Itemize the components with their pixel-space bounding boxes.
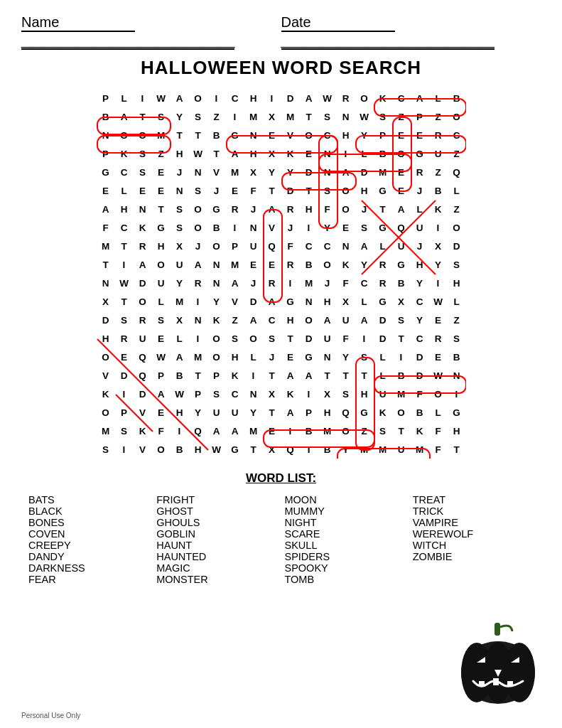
- word-list-item: GOBLIN: [156, 528, 277, 540]
- header-line: Name___________________________ Date____…: [21, 14, 541, 50]
- grid-cell: H: [300, 200, 318, 218]
- grid-cell: F: [429, 440, 448, 459]
- grid-cell: L: [448, 292, 466, 311]
- grid-cell: O: [152, 440, 171, 459]
- grid-cell: T: [189, 366, 207, 385]
- grid-cell: G: [374, 218, 392, 237]
- grid-cell: N: [300, 292, 318, 311]
- grid-cell: Q: [448, 163, 466, 181]
- grid-cell: S: [355, 348, 374, 366]
- grid-cell: T: [337, 366, 355, 385]
- grid-cell: O: [429, 385, 448, 403]
- grid-cell: Y: [281, 163, 300, 181]
- grid-cell: S: [115, 311, 134, 329]
- grid-cell: V: [207, 163, 226, 181]
- word-list-item: COVEN: [28, 528, 149, 540]
- grid-cell: H: [411, 255, 429, 274]
- grid-cell: U: [171, 255, 189, 274]
- grid-cell: B: [207, 218, 226, 237]
- grid-cell: S: [115, 422, 134, 440]
- grid-cell: P: [411, 107, 429, 126]
- grid-cell: D: [411, 366, 429, 385]
- grid-cell: N: [134, 200, 152, 218]
- svg-rect-26: [479, 681, 485, 687]
- grid-cell: X: [263, 440, 281, 459]
- grid-cell: A: [355, 311, 374, 329]
- grid-cell: R: [429, 329, 448, 348]
- grid-cell: B: [392, 274, 411, 292]
- grid-cell: H: [318, 403, 337, 422]
- grid-cell: Y: [171, 274, 189, 292]
- grid-cell: O: [337, 422, 355, 440]
- grid-cell: D: [355, 163, 374, 181]
- svg-rect-27: [493, 678, 499, 685]
- word-list-item: BLACK: [28, 505, 149, 517]
- grid-cell: O: [189, 200, 207, 218]
- grid-cell: Z: [152, 144, 171, 163]
- grid-cell: K: [115, 144, 134, 163]
- grid-cell: I: [300, 218, 318, 237]
- grid-cell: E: [411, 126, 429, 144]
- grid-cell: Q: [134, 366, 152, 385]
- grid-cell: F: [429, 422, 448, 440]
- grid-cell: R: [411, 163, 429, 181]
- grid-cell: D: [281, 89, 300, 107]
- grid-cell: K: [134, 422, 152, 440]
- grid-cell: C: [263, 311, 281, 329]
- grid-cell: W: [207, 440, 226, 459]
- grid-cell: E: [392, 181, 411, 200]
- grid-cell: C: [226, 89, 244, 107]
- grid-cell: L: [244, 348, 263, 366]
- grid-cell: G: [374, 181, 392, 200]
- grid-cell: W: [171, 385, 189, 403]
- grid-cell: D: [374, 329, 392, 348]
- grid-cell: W: [152, 89, 171, 107]
- grid-cell: M: [411, 440, 429, 459]
- grid-cell: T: [318, 366, 337, 385]
- grid-cell: T: [134, 107, 152, 126]
- grid-cell: K: [374, 89, 392, 107]
- word-list-item: WITCH: [413, 540, 534, 551]
- grid-cell: A: [337, 163, 355, 181]
- grid-cell: B: [97, 107, 115, 126]
- grid-cell: F: [318, 200, 337, 218]
- grid-cell: R: [374, 255, 392, 274]
- word-list-item: HAUNTED: [156, 551, 277, 562]
- grid-cell: Y: [411, 274, 429, 292]
- date-line: ___________________________: [281, 32, 495, 50]
- grid-cell: T: [97, 255, 115, 274]
- grid-cell: U: [226, 403, 244, 422]
- grid-cell: P: [207, 366, 226, 385]
- grid-cell: B: [429, 181, 448, 200]
- grid-cell: U: [429, 144, 448, 163]
- grid-cell: I: [189, 329, 207, 348]
- grid-cell: E: [152, 329, 171, 348]
- grid-cell: J: [244, 200, 263, 218]
- grid-cell: F: [281, 237, 300, 255]
- word-list-item: TOMB: [285, 574, 406, 585]
- grid-cell: A: [115, 107, 134, 126]
- grid-cell: L: [448, 181, 466, 200]
- grid-cell: K: [281, 385, 300, 403]
- pumpkin-icon: [455, 621, 541, 707]
- grid-cell: G: [281, 292, 300, 311]
- word-list-item: GHOULS: [156, 517, 277, 528]
- grid-cell: M: [189, 348, 207, 366]
- grid-cell: X: [171, 311, 189, 329]
- grid-cell: A: [226, 422, 244, 440]
- grid-cell: G: [226, 440, 244, 459]
- grid-cell: L: [152, 292, 171, 311]
- grid-cell: W: [115, 274, 134, 292]
- grid-cell: O: [207, 348, 226, 366]
- grid-cell: J: [189, 237, 207, 255]
- grid-cell: A: [355, 237, 374, 255]
- svg-rect-28: [507, 681, 513, 687]
- grid-cell: H: [226, 348, 244, 366]
- grid-cell: T: [244, 440, 263, 459]
- grid-cell: E: [300, 144, 318, 163]
- word-list-item: BONES: [28, 517, 149, 528]
- name-label: Name: [21, 14, 135, 32]
- grid-cell: H: [171, 403, 189, 422]
- grid-cell: T: [392, 329, 411, 348]
- grid-cell: N: [448, 366, 466, 385]
